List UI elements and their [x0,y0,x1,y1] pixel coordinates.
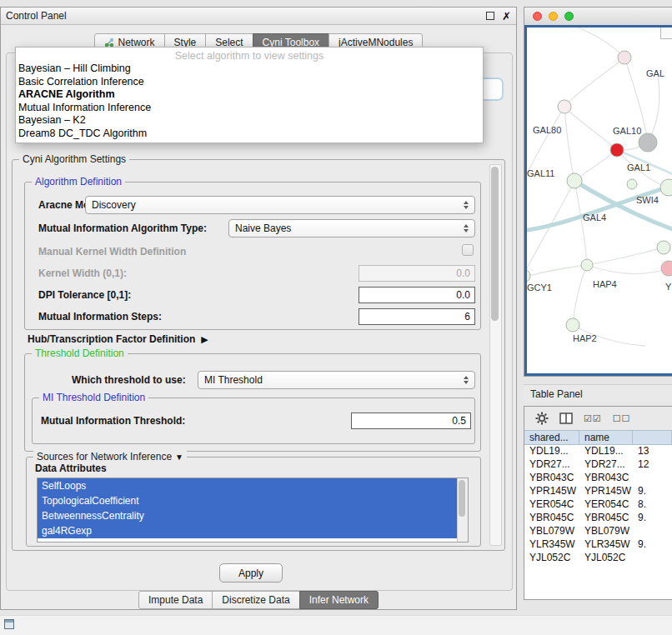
kernel-width-label: Kernel Width (0,1): [38,268,127,279]
network-node[interactable] [660,179,672,196]
table-row[interactable]: YDL19...YDL19...13 [524,445,672,458]
mi-threshold-label: Mutual Information Threshold: [41,415,185,427]
which-threshold-label: Which threshold to use: [72,374,186,386]
combo-value: MI Threshold [204,374,263,386]
network-node[interactable] [581,259,593,271]
network-view-window: GALGAL80GAL10GAL11GAL1SWI4GAL4GCY1HAP4HA… [524,7,672,377]
attribute-item[interactable]: BetweennessCentrality [38,508,457,523]
cyni-algorithm-settings-group: Cyni Algorithm Settings Algorithm Defini… [12,159,505,551]
network-node-label: GAL11 [527,168,554,178]
table-body: YDL19...YDL19...13YDR27...YDR27...12YBR0… [524,445,672,599]
network-edge [527,107,564,174]
tab-label: Infer Network [309,594,369,606]
scrollbar-button[interactable] [660,28,672,39]
table-row[interactable]: YBR045CYBR045C9. [524,512,672,525]
algorithm-option[interactable]: Dream8 DC_TDC Algorithm [16,128,483,141]
sources-legend-label: Sources for Network Inference [37,451,172,462]
threshold-definition-group: Threshold Definition Which threshold to … [24,353,481,452]
settings-scrollbar[interactable] [489,164,502,546]
table-panel-window: ☑☑ ☐☐ shared...name YDL19...YDL19...13YD… [524,406,672,600]
network-node-label: Y [665,282,672,292]
algorithm-option[interactable]: Mutual Information Inference [16,102,483,115]
table-row[interactable]: YPR145WYPR145W9. [524,485,672,498]
tab-discretize-data[interactable]: Discretize Data [212,591,299,609]
table-cell: YBL079W [524,525,579,538]
table-cell: YLR345W [524,538,579,552]
network-node[interactable] [661,261,672,276]
algorithm-option[interactable]: Bayesian – Hill Climbing [16,62,483,76]
mi-steps-field[interactable] [359,308,475,325]
table-cell: YDL19... [524,445,579,458]
table-row[interactable]: YJL052CYJL052C [524,552,672,565]
table-cell [633,472,672,485]
table-row[interactable]: YLR345WYLR345W9. [524,538,672,552]
which-threshold-combo[interactable]: MI Threshold [198,371,475,389]
scrollbar-thumb[interactable] [459,480,465,517]
table-cell: YER054C [579,498,633,512]
algorithm-option[interactable]: Bayesian – K2 [16,114,483,128]
data-attributes-list: SelfLoopsTopologicalCoefficientBetweenne… [37,478,469,542]
data-attributes-label: Data Attributes [35,462,107,474]
minimize-traffic-light[interactable] [549,12,558,21]
aracne-mode-combo[interactable]: Discovery [85,196,475,214]
algorithm-dropdown-popup: Select algorithm to view settings Bayesi… [15,47,484,143]
close-icon[interactable]: ✗ [502,11,511,22]
network-node[interactable] [618,51,631,64]
dpi-tolerance-field[interactable] [359,287,475,303]
apply-button[interactable]: Apply [219,563,283,582]
network-node[interactable] [558,100,571,113]
sources-toggle[interactable]: Sources for Network Inference ▼ [33,451,187,462]
clear-all-checks-icon[interactable]: ☐☐ [613,413,631,424]
table-cell: 9. [633,538,672,552]
network-edge [567,28,624,58]
scrollbar-thumb[interactable] [491,167,499,321]
table-cell: YDR27... [524,458,579,472]
select-all-checks-icon[interactable]: ☑☑ [584,413,602,424]
restore-panel-icon[interactable] [4,619,14,629]
stepper-icon [464,376,469,384]
network-node-label: HAP4 [593,279,617,289]
tab-impute-data[interactable]: Impute Data [138,591,213,609]
mi-type-label: Mutual Information Algorithm Type: [38,222,207,234]
float-window-icon[interactable] [486,12,494,20]
attribute-item[interactable]: SelfLoops [38,478,457,493]
close-traffic-light[interactable] [533,12,542,21]
table-row[interactable]: YDR27...YDR27...12 [524,458,672,472]
network-edge [587,265,669,274]
network-node[interactable] [657,241,670,254]
sources-group: Sources for Network Inference ▼ Data Att… [26,457,481,547]
attribute-item[interactable]: TopologicalCoefficient [38,493,457,508]
network-node[interactable] [566,318,579,332]
network-node[interactable] [639,133,657,152]
column-header[interactable] [633,431,672,444]
stepper-icon [464,224,469,232]
table-cell: YPR145W [579,485,633,498]
add-column-icon[interactable] [559,412,573,424]
algorithm-option[interactable]: ARACNE Algorithm [16,88,483,102]
network-node[interactable] [567,173,582,188]
network-graph: GALGAL80GAL10GAL11GAL1SWI4GAL4GCY1HAP4HA… [527,28,672,376]
table-cell: YBR043C [579,472,633,485]
tab-infer-network[interactable]: Infer Network [299,591,379,609]
window-title: Control Panel [6,10,67,22]
network-node[interactable] [527,269,530,282]
network-canvas[interactable]: GALGAL80GAL10GAL11GAL1SWI4GAL4GCY1HAP4HA… [524,25,672,376]
table-row[interactable]: YBR043CYBR043C [524,472,672,485]
table-row[interactable]: YBL079WYBL079W [524,525,672,538]
list-scrollbar[interactable] [457,478,468,542]
stepper-icon [464,201,469,209]
column-header[interactable]: shared... [524,431,579,444]
network-node-label: GAL10 [613,126,641,136]
network-node[interactable] [627,179,637,189]
mi-algorithm-type-combo[interactable]: Naive Bayes [228,219,475,238]
gear-icon[interactable] [535,412,549,425]
column-header[interactable]: name [579,431,633,444]
algorithm-option[interactable]: Basic Correlation Inference [16,76,483,89]
table-row[interactable]: YER054CYER054C8. [524,498,672,512]
zoom-traffic-light[interactable] [564,12,574,21]
hub-tf-definition-toggle[interactable]: Hub/Transcription Factor Definition ▶ [28,333,208,345]
attribute-item[interactable]: gal4RGexp [38,523,457,538]
network-node-label: GAL4 [583,212,606,222]
network-node[interactable] [610,143,624,157]
mi-threshold-field[interactable] [351,412,471,429]
